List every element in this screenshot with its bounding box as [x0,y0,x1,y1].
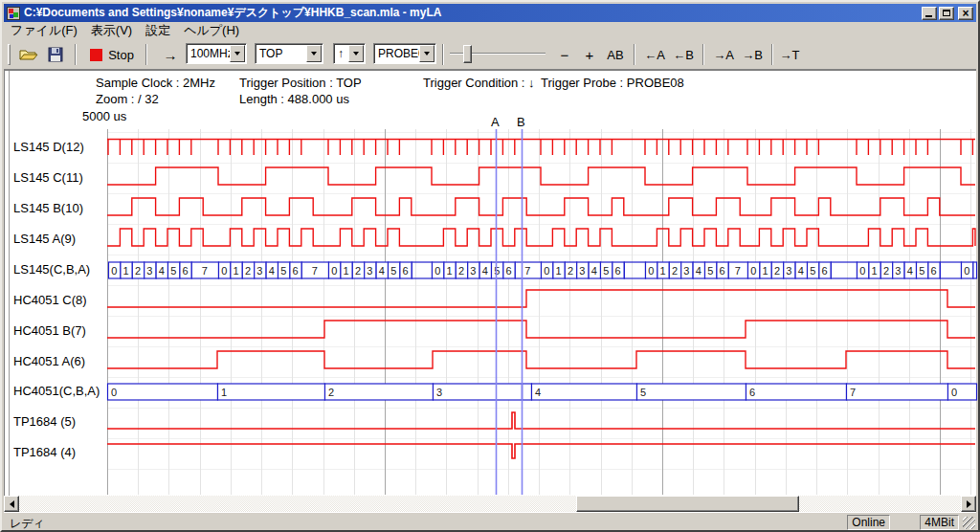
goto-cursor-b-left-button[interactable]: ←B [670,43,697,66]
scroll-right-button[interactable] [961,496,976,512]
menubar: ファイル(F) 表示(V) 設定 ヘルプ(H) [4,22,976,39]
channel-label: HC4051(C,B,A) [13,384,100,398]
channel-label: TP1684 (5) [13,414,76,429]
channel-label: HC4051 B(7) [13,323,86,338]
zoom-out-button[interactable]: − [555,43,574,66]
menu-view[interactable]: 表示(V) [84,21,139,40]
open-file-button[interactable] [16,43,41,66]
info-trigger-position: Trigger Position : TOP [239,76,362,90]
info-trigger-probe: Trigger Probe : PROBE08 [541,76,684,90]
status-ready-text: レディ [10,516,45,532]
titlebar[interactable]: C:¥Documents and Settings¥noname¥デスクトップ¥… [4,4,976,22]
arrow-right-icon [967,500,971,508]
zoom-slider-handle[interactable] [463,45,472,63]
toolbar: Stop → 100MHz TOP ↑ PROBE00 − + AB ←A ←B [4,39,976,70]
menu-settings[interactable]: 設定 [139,21,177,40]
info-trigger-condition: Trigger Condition : ↓ [423,76,535,90]
minimize-icon [925,15,932,17]
trigger-position-combo[interactable]: TOP [255,43,323,64]
dropdown-button[interactable] [419,45,434,62]
app-window: C:¥Documents and Settings¥noname¥デスクトップ¥… [0,0,980,532]
minimize-button[interactable] [922,7,937,20]
channel-label: TP1684 (4) [13,445,76,459]
stop-button[interactable]: Stop [84,43,140,66]
close-icon: × [959,7,972,20]
waveform-client-area [4,70,976,496]
scroll-left-button[interactable] [4,496,19,512]
status-online-indicator: Online [847,515,890,530]
chevron-down-icon [234,52,240,55]
chevron-down-icon [353,52,359,55]
trigger-probe-value: PROBE00 [374,47,419,60]
goto-cursor-b-right-button[interactable]: →B [739,43,766,66]
toolbar-separator [75,44,77,65]
channel-label: LS145(C,B,A) [13,262,90,277]
zoom-slider[interactable] [450,53,546,55]
menu-help[interactable]: ヘルプ(H) [177,21,246,40]
channel-label: LS145 D(12) [13,140,84,154]
panel-splitter[interactable] [7,71,10,496]
save-button[interactable] [43,43,68,66]
goto-trigger-button[interactable]: →T [777,43,802,66]
menu-file[interactable]: ファイル(F) [4,21,84,40]
info-sample-clock: Sample Clock : 2MHz [96,76,215,90]
toolbar-separator [634,44,635,65]
dropdown-button[interactable] [348,45,364,62]
channel-label: HC4051 C(8) [13,293,87,307]
channel-label: LS145 B(10) [13,201,83,215]
chevron-down-icon [311,52,317,55]
cursor-b-label: B [517,115,525,129]
app-icon [7,7,20,20]
resize-grip[interactable] [963,517,975,529]
close-button[interactable]: × [958,7,973,20]
maximize-button[interactable] [939,7,954,20]
trigger-edge-combo[interactable]: ↑ [333,43,366,64]
toolbar-separator [702,44,704,65]
stop-label: Stop [108,48,134,62]
single-run-button[interactable]: → [153,43,188,66]
scrollbar-thumb[interactable] [576,496,799,512]
toolbar-separator [442,44,444,65]
horizontal-scrollbar[interactable] [4,496,976,512]
channel-label: LS145 C(11) [13,170,83,185]
goto-cursor-a-left-button[interactable]: ←A [641,43,668,66]
trigger-edge-value: ↑ [334,47,348,60]
zoom-in-button[interactable]: + [580,43,599,66]
open-folder-icon [19,47,38,62]
trigger-position-value: TOP [256,47,306,60]
toolbar-separator [771,44,773,65]
toolbar-separator [145,44,147,65]
dropdown-button[interactable] [306,45,322,62]
sample-clock-combo[interactable]: 100MHz [186,43,247,64]
trigger-probe-combo[interactable]: PROBE00 [373,43,436,64]
channel-label: HC4051 A(6) [13,354,85,368]
info-zoom: Zoom : / 32 [96,92,159,106]
status-memory-indicator: 4MBit [920,515,959,530]
sample-clock-value: 100MHz [187,47,230,60]
arrow-left-icon [10,500,14,508]
save-floppy-icon [48,47,63,62]
stop-icon [90,49,102,61]
maximize-icon [943,10,950,16]
ruler-scale-label: 5000 us [82,109,126,123]
window-title: C:¥Documents and Settings¥noname¥デスクトップ¥… [24,5,920,21]
dropdown-button[interactable] [230,45,245,62]
channel-label: LS145 A(9) [13,232,76,246]
toolbar-grip[interactable] [8,44,11,65]
chevron-down-icon [424,52,430,55]
zoom-ab-button[interactable]: AB [603,43,628,66]
cursor-a-label: A [491,115,500,129]
goto-cursor-a-right-button[interactable]: →A [710,43,737,66]
statusbar: レディ Online 4MBit [4,512,976,532]
info-length: Length : 488.000 us [239,92,349,106]
